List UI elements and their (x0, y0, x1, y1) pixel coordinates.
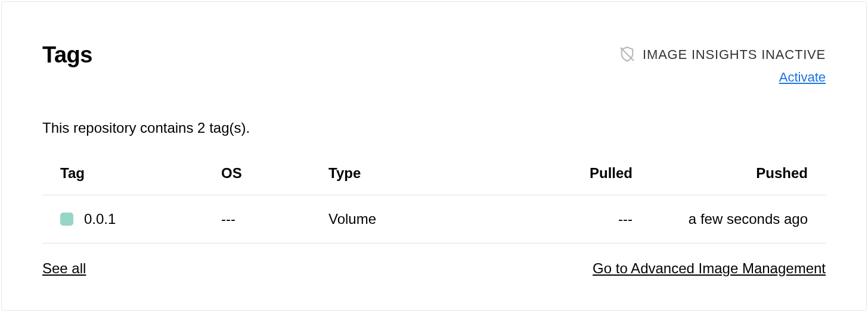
header-row: Tags IMAGE INSIGHTS INACTIVE Activate (42, 42, 826, 85)
tags-table: Tag OS Type Pulled Pushed 0.0.1 --- Volu… (42, 165, 826, 244)
repo-description: This repository contains 2 tag(s). (42, 120, 826, 136)
tag-color-chip (60, 213, 73, 226)
tags-card: Tags IMAGE INSIGHTS INACTIVE Activate Th… (1, 1, 867, 311)
shield-off-icon (619, 46, 636, 64)
page-title: Tags (42, 42, 92, 68)
see-all-link[interactable]: See all (42, 260, 86, 277)
table-header: Tag OS Type Pulled Pushed (42, 165, 826, 195)
col-header-pushed: Pushed (633, 165, 826, 182)
table-row[interactable]: 0.0.1 --- Volume --- a few seconds ago (42, 195, 826, 244)
cell-pulled: --- (478, 211, 633, 227)
cell-tag: 0.0.1 (42, 211, 221, 227)
cell-os: --- (221, 211, 328, 227)
col-header-tag: Tag (42, 165, 221, 182)
activate-link[interactable]: Activate (779, 70, 826, 85)
cell-type: Volume (328, 211, 478, 227)
cell-pushed: a few seconds ago (633, 211, 826, 227)
footer-row: See all Go to Advanced Image Management (42, 260, 826, 277)
tag-value: 0.0.1 (84, 211, 116, 227)
advanced-management-link[interactable]: Go to Advanced Image Management (593, 260, 826, 277)
col-header-type: Type (328, 165, 478, 182)
col-header-os: OS (221, 165, 328, 182)
insights-status-label: IMAGE INSIGHTS INACTIVE (643, 47, 826, 63)
col-header-pulled: Pulled (478, 165, 633, 182)
insights-block: IMAGE INSIGHTS INACTIVE Activate (619, 46, 826, 85)
insights-status-row: IMAGE INSIGHTS INACTIVE (619, 46, 826, 64)
